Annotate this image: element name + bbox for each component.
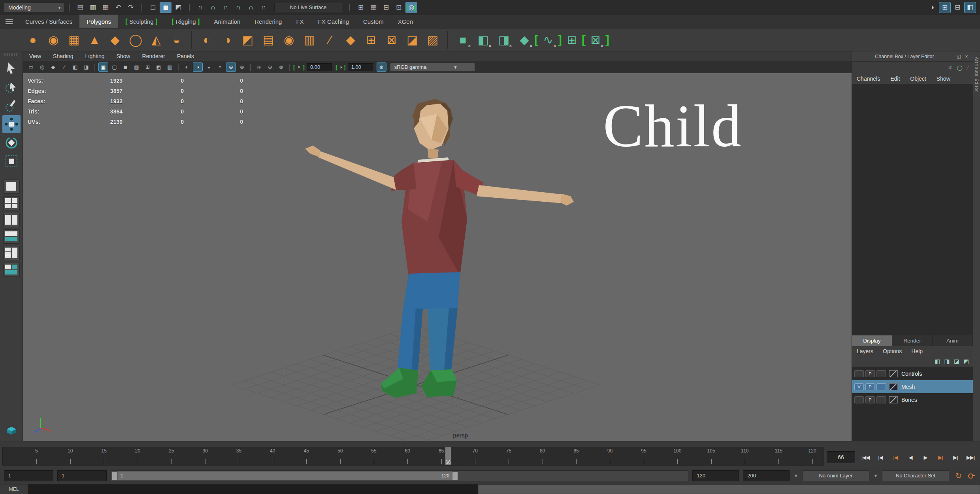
lasso-select-tool[interactable] (2, 78, 21, 96)
panel-menu-shading[interactable]: Shading (53, 53, 73, 59)
playback-start-field[interactable]: 1 (57, 470, 107, 481)
panel-menu-view[interactable]: View (29, 53, 41, 59)
panel-menu-renderer[interactable]: Renderer (142, 53, 165, 59)
poly-cylinder-icon[interactable]: ▦ (65, 31, 83, 49)
shelf-tab-xgen[interactable]: XGen (391, 15, 420, 28)
shelf-tab-rendering[interactable]: Rendering (247, 15, 289, 28)
scale-tool[interactable] (2, 152, 21, 170)
exposure-icon[interactable]: ✳ (296, 64, 302, 70)
exposure-field[interactable]: 0.00 (307, 63, 332, 71)
select-tool[interactable] (2, 59, 21, 78)
layer-visibility-toggle[interactable] (854, 396, 864, 403)
new-empty-layer-icon[interactable]: ◪ (954, 358, 959, 365)
chevron-down-icon[interactable]: ▼ (873, 473, 878, 479)
layer-menu-help[interactable]: Help (911, 348, 923, 354)
camera-attributes-icon[interactable]: ◎ (37, 62, 47, 72)
snap-to-projected-center-icon[interactable]: ∩ (232, 2, 244, 13)
move-layer-up-icon[interactable]: ◧ (935, 358, 940, 365)
shelf-menu-icon[interactable] (6, 19, 13, 24)
grease-pencil-icon[interactable]: ∕ (59, 62, 69, 72)
input-operations-icon[interactable]: ⊞ (355, 2, 367, 13)
channel-box-toggle-icon[interactable]: ◧ (964, 2, 976, 13)
layer-display-type-toggle[interactable] (876, 370, 886, 377)
quad-draw-icon[interactable]: ∕ (321, 31, 339, 49)
ao-icon[interactable]: ⊗ (276, 62, 286, 72)
render-settings-icon[interactable]: ◑ (926, 2, 938, 13)
playback-end-field[interactable]: 120 (692, 470, 739, 481)
panel-menu-panels[interactable]: Panels (177, 53, 194, 59)
snap-to-curve-icon[interactable]: ∩ (207, 2, 219, 13)
dock-tab-attribute-editor[interactable]: Attribute Editor (974, 57, 979, 92)
animation-start-field[interactable]: 1 (4, 470, 53, 481)
three-pane-split-layout[interactable] (3, 246, 20, 260)
lighting-icon[interactable]: ◐ (182, 62, 192, 72)
reduce-icon[interactable]: ◆× (515, 31, 533, 49)
poly-pyramid-icon[interactable]: ◭ (147, 31, 165, 49)
hyperbolic-curve-icon[interactable]: ∕ (967, 65, 968, 71)
new-layer-from-selected-icon[interactable]: ◩ (963, 358, 969, 365)
camera-icon[interactable]: ▭ (26, 62, 36, 72)
layer-menu-layers[interactable]: Layers (857, 348, 873, 354)
shelf-tab-curves-surfaces[interactable]: Curves / Surfaces (18, 15, 79, 28)
shelf-tab-fx-caching[interactable]: FX Caching (311, 15, 356, 28)
layer-visibility-toggle[interactable]: V (854, 383, 864, 390)
timeline-track[interactable]: 5101520253035404550556065707580859095100… (2, 447, 824, 466)
layer-color-swatch[interactable] (889, 370, 898, 377)
textures-toggle-icon[interactable]: ◑ (193, 62, 203, 72)
crease-icon[interactable]: ◨× (495, 31, 513, 49)
snap-to-grid-icon[interactable]: ∩ (194, 2, 206, 13)
layer-tab-render[interactable]: Render (892, 335, 933, 346)
paint-select-tool[interactable] (2, 97, 21, 115)
character-set-button[interactable]: No Character Set (882, 470, 949, 481)
subdiv-proxy-icon[interactable]: ◧× (474, 31, 492, 49)
save-scene-icon[interactable]: ▦ (100, 2, 111, 13)
pane-outliner-layout[interactable] (3, 263, 20, 277)
play-backward-button[interactable]: ◀ (903, 450, 918, 464)
shelf-tab-animation[interactable]: Animation (207, 15, 248, 28)
make-live-icon[interactable]: ∩ (258, 2, 270, 13)
select-component-icon[interactable]: ◩ (172, 2, 184, 13)
occlusion-icon[interactable]: ▥ (165, 62, 175, 72)
image-plane-icon[interactable]: ◧ (70, 62, 80, 72)
fog-icon[interactable]: ≋ (254, 62, 264, 72)
playback-options-icon[interactable]: ↻ (953, 471, 964, 481)
channel-box-menu-object[interactable]: Object (910, 76, 926, 82)
circularize-icon[interactable]: ◉ (280, 31, 298, 49)
target-weld-icon[interactable]: ⊠ (383, 31, 401, 49)
viewport-canvas[interactable]: Verts:192300Edges:385700Faces:193200Tris… (23, 73, 852, 441)
step-forward-key-button[interactable]: ▶| (948, 450, 963, 464)
range-slider-range[interactable]: 1 120 (112, 471, 458, 480)
command-mode-button[interactable]: MEL (0, 485, 28, 494)
gamma-icon[interactable]: ◑ (339, 64, 343, 70)
new-scene-icon[interactable]: ▤ (74, 2, 86, 13)
bridge-icon[interactable]: ▨ (424, 31, 442, 49)
layer-display-type-toggle[interactable] (876, 396, 886, 403)
multi-cut-icon[interactable]: ◆ (341, 31, 360, 49)
all-lights-icon[interactable]: ⊞ (143, 62, 153, 72)
range-end-handle[interactable] (452, 471, 458, 480)
plugin-shading-icon[interactable]: ⊕ (265, 62, 275, 72)
animation-end-field[interactable]: 200 (743, 470, 790, 481)
select-hierarchy-icon[interactable]: ◻ (147, 2, 159, 13)
shelf-tab-custom[interactable]: Custom (356, 15, 391, 28)
layer-row-bones[interactable]: PBones (852, 393, 973, 406)
two-pane-side-by-side-layout[interactable] (3, 213, 20, 227)
poly-cube-icon[interactable]: ◉ (44, 31, 62, 49)
close-icon[interactable]: × (963, 54, 971, 59)
isolate-select-icon[interactable]: ⊚ (237, 62, 247, 72)
shelf-tab-polygons[interactable]: Polygons (79, 15, 118, 28)
shelf-tab-rigging[interactable]: [Rigging] (165, 15, 207, 28)
sculpt-curve-icon[interactable]: ∿× (539, 31, 557, 49)
step-back-key-button[interactable]: |◀ (873, 450, 888, 464)
undo-icon[interactable]: ↶ (112, 2, 124, 13)
no-clamp-icon[interactable]: ⊜ (377, 62, 386, 72)
wireframe-on-shaded-icon[interactable]: ◒ (204, 62, 214, 72)
layer-display-type-toggle[interactable] (876, 383, 886, 390)
triangulate-icon[interactable]: ⊠× (586, 31, 605, 49)
toolbox-grip[interactable] (4, 53, 19, 56)
use-default-material-icon[interactable]: ▩ (132, 62, 141, 72)
move-layer-down-icon[interactable]: ◨ (944, 358, 950, 365)
construction-history-icon[interactable]: ⊡ (393, 2, 405, 13)
anim-layer-button[interactable]: No Anim Layer (802, 470, 869, 481)
poly-cone-icon[interactable]: ▲ (85, 31, 104, 49)
